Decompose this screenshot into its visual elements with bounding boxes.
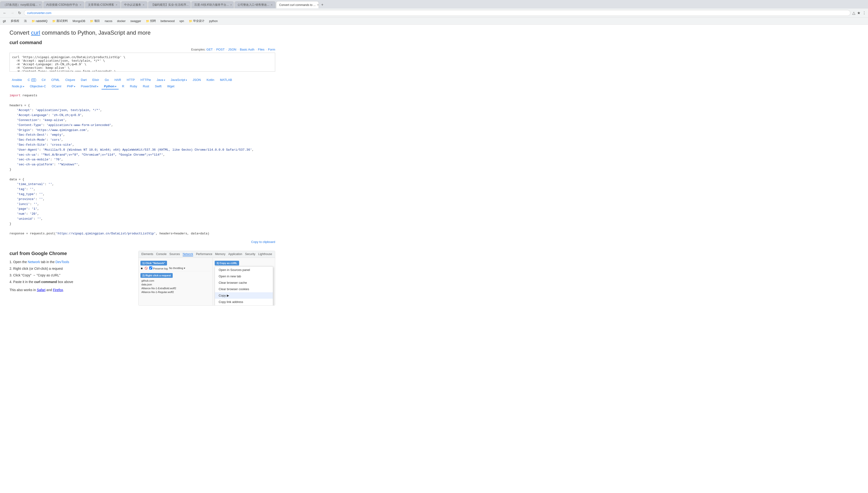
tab-powershell[interactable]: PowerShell <box>79 84 101 89</box>
star-icon[interactable]: ★ <box>857 11 861 15</box>
example-post[interactable]: POST <box>216 48 224 51</box>
tab-http[interactable]: HTTP <box>124 77 137 83</box>
bookmark-interview[interactable]: 面试资料 <box>51 19 69 23</box>
devtools-tab-application[interactable]: Application <box>228 253 242 256</box>
tab-csharp[interactable]: C# <box>39 77 48 83</box>
extensions-icon[interactable]: △ <box>852 11 855 15</box>
bookmark-multithreading[interactable]: 多线程 <box>10 19 20 23</box>
reload-button[interactable]: ↻ <box>17 10 22 16</box>
network-row-data[interactable]: data.json <box>140 283 211 286</box>
tab-swift[interactable]: Swift <box>153 84 164 89</box>
network-row-font2[interactable]: Alliance-No-1-Regular.woff2 <box>140 290 211 294</box>
devtools-tab-elements[interactable]: Elements <box>142 253 153 256</box>
tab-4-close[interactable]: ✕ <box>143 4 145 6</box>
forward-button[interactable]: → <box>9 10 15 16</box>
bookmark-graduation[interactable]: 毕业设计 <box>188 19 205 23</box>
tab-go[interactable]: Go <box>102 77 111 83</box>
example-files[interactable]: Files <box>258 48 264 51</box>
tab-6-close[interactable]: ✕ <box>230 4 232 6</box>
context-open-sources[interactable]: Open in Sources panel <box>215 267 273 273</box>
example-get[interactable]: GET <box>207 48 213 51</box>
context-copy-link[interactable]: Copy link address <box>215 299 273 305</box>
tab-2[interactable]: 内容搜索-CSDN创作平台 ✕ <box>43 1 84 8</box>
devtools-tab-security[interactable]: Security <box>245 253 255 256</box>
tab-1[interactable]: （37条消息）ruoyi前后端... ✕ <box>0 1 43 8</box>
menu-icon[interactable]: ⋮ <box>862 11 866 15</box>
bookmark-betterwood[interactable]: betterwood <box>160 19 176 23</box>
tab-objective-c[interactable]: Objective-C <box>27 84 48 89</box>
tab-1-close[interactable]: ✕ <box>39 4 41 6</box>
tab-java[interactable]: Java <box>154 77 167 83</box>
tab-elixir[interactable]: Elixir <box>90 77 101 83</box>
network-row-font1[interactable]: Alliance-No-1-ExtraBold.woff2 <box>140 286 211 290</box>
example-json[interactable]: JSON <box>228 48 236 51</box>
clear-icon[interactable]: 🚫 <box>145 267 148 270</box>
tab-har[interactable]: HAR <box>112 77 123 83</box>
tab-8-close[interactable]: ✕ <box>317 4 319 6</box>
tab-ruby[interactable]: Ruby <box>128 84 139 89</box>
tab-4[interactable]: 中办认证服务 ✕ <box>121 1 148 8</box>
bookmark-project[interactable]: 项目 <box>89 19 101 23</box>
address-bar[interactable]: curlconverter.com <box>24 10 850 16</box>
tab-3[interactable]: 文章草稿-CSDN博客 ✕ <box>85 1 121 8</box>
devtools-tab-sources[interactable]: Sources <box>169 253 180 256</box>
devtools-tab-lighthouse[interactable]: Lighthouse <box>258 253 272 256</box>
bookmark-docker[interactable]: docker <box>116 19 126 23</box>
bookmark-nacos[interactable]: nacos <box>104 19 113 23</box>
bookmark-mongodb[interactable]: MongoDB <box>72 19 86 23</box>
devtools-tab-console[interactable]: Console <box>156 253 167 256</box>
curl-link[interactable]: curl <box>31 29 40 36</box>
tab-3-close[interactable]: ✕ <box>115 4 117 6</box>
preserve-log-checkbox[interactable] <box>149 266 152 270</box>
tab-wget[interactable]: Wget <box>165 84 177 89</box>
firefox-link[interactable]: Firefox <box>53 288 63 292</box>
new-tab-button[interactable]: + <box>319 2 325 8</box>
tab-ocaml[interactable]: OCaml <box>49 84 64 89</box>
tab-nodejs[interactable]: Node.js <box>9 84 26 89</box>
bookmark-python[interactable]: python <box>208 19 219 23</box>
bookmark-git[interactable]: git <box>2 19 7 23</box>
tab-cfml[interactable]: CFML <box>49 77 62 83</box>
tab-rust[interactable]: Rust <box>140 84 152 89</box>
bookmark-rabbitmq[interactable]: rabbitMQ <box>30 19 48 23</box>
tab-php[interactable]: PHP <box>65 84 78 89</box>
tab-json[interactable]: JSON <box>190 77 203 83</box>
bookmark-swagger[interactable]: swagger <box>129 19 142 23</box>
tab-5-close[interactable]: ✕ <box>190 4 191 6</box>
back-button[interactable]: ← <box>2 10 7 16</box>
tab-7[interactable]: 公司整改入口-销售整改... ✕ <box>234 1 276 8</box>
tab-clojure[interactable]: Clojure <box>63 77 78 83</box>
record-icon[interactable]: ⏺ <box>140 267 143 270</box>
tab-c[interactable]: C CE <box>25 77 39 83</box>
devtools-tab-memory[interactable]: Memory <box>215 253 225 256</box>
context-copy-response[interactable]: Copy response <box>215 305 273 305</box>
tab-javascript[interactable]: JavaScript <box>169 77 189 83</box>
tab-8[interactable]: Convert curl commands to ... ✕ <box>276 1 319 8</box>
curl-textarea[interactable]: curl 'https://vipapi.qimingpian.cn/DataL… <box>9 53 275 72</box>
tab-matlab[interactable]: MATLAB <box>218 77 234 83</box>
tab-7-close[interactable]: ✕ <box>271 4 273 6</box>
network-row-github[interactable]: github.com <box>140 279 211 283</box>
devtools-tab-performance[interactable]: Performance <box>196 253 212 256</box>
tab-kotlin[interactable]: Kotlin <box>204 77 217 83</box>
bookmark-fa[interactable]: 法 <box>23 19 28 23</box>
bookmark-vpn[interactable]: vpn <box>178 19 185 23</box>
copy-to-clipboard-link[interactable]: Copy to clipboard <box>9 240 275 244</box>
safari-link[interactable]: Safari <box>37 288 46 292</box>
context-open-new-tab[interactable]: Open in new tab <box>215 273 273 279</box>
tab-httpie[interactable]: HTTPie <box>138 77 153 83</box>
tab-r[interactable]: R <box>120 84 126 89</box>
devtools-tab-network[interactable]: Network <box>183 253 193 256</box>
bookmark-recruitment[interactable]: 招聘 <box>145 19 157 23</box>
network-link[interactable]: Network <box>28 260 40 264</box>
context-clear-cookies[interactable]: Clear browser cookies <box>215 286 273 292</box>
devtools-link[interactable]: DevTools <box>56 260 69 264</box>
tab-6[interactable]: 百度-AI技术助力服务平台... ✕ <box>191 1 234 8</box>
context-clear-cache[interactable]: Clear browser cache <box>215 279 273 286</box>
example-form[interactable]: Form <box>268 48 275 51</box>
tab-5[interactable]: 【编码规范】实业-生活程序... ✕ <box>148 1 191 8</box>
context-copy[interactable]: Copy ▶ <box>215 292 273 299</box>
tab-ansible[interactable]: Ansible <box>9 77 24 83</box>
example-basic-auth[interactable]: Basic Auth <box>240 48 254 51</box>
tab-dart[interactable]: Dart <box>79 77 89 83</box>
